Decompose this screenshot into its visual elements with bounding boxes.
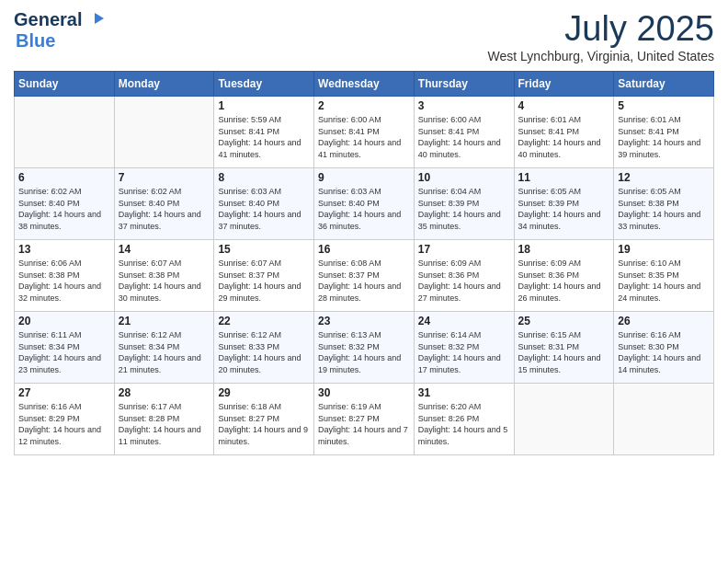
day-number: 7 [119,171,210,184]
day-info: Sunrise: 6:05 AMSunset: 8:38 PMDaylight:… [618,186,710,232]
calendar-cell: 7Sunrise: 6:02 AMSunset: 8:40 PMDaylight… [114,168,214,240]
day-number: 9 [318,171,410,184]
calendar-cell: 25Sunrise: 6:15 AMSunset: 8:31 PMDayligh… [514,312,614,384]
calendar-cell: 17Sunrise: 6:09 AMSunset: 8:36 PMDayligh… [414,240,514,312]
header-saturday: Saturday [614,72,714,97]
day-info: Sunrise: 6:00 AMSunset: 8:41 PMDaylight:… [418,114,510,160]
day-info: Sunrise: 6:11 AMSunset: 8:34 PMDaylight:… [18,329,110,375]
day-info: Sunrise: 6:02 AMSunset: 8:40 PMDaylight:… [119,186,210,232]
calendar-cell: 13Sunrise: 6:06 AMSunset: 8:38 PMDayligh… [15,240,115,312]
day-info: Sunrise: 6:05 AMSunset: 8:39 PMDaylight:… [518,186,610,232]
calendar-cell: 12Sunrise: 6:05 AMSunset: 8:38 PMDayligh… [614,168,714,240]
day-number: 5 [618,99,710,112]
day-number: 18 [518,243,610,256]
day-number: 15 [218,243,310,256]
day-info: Sunrise: 6:04 AMSunset: 8:39 PMDaylight:… [418,186,510,232]
calendar-cell: 19Sunrise: 6:10 AMSunset: 8:35 PMDayligh… [614,240,714,312]
calendar-cell: 16Sunrise: 6:08 AMSunset: 8:37 PMDayligh… [314,240,415,312]
calendar-cell [15,97,115,168]
header-monday: Monday [114,72,214,97]
calendar-week-row: 1Sunrise: 5:59 AMSunset: 8:41 PMDaylight… [15,97,714,168]
calendar-week-row: 6Sunrise: 6:02 AMSunset: 8:40 PMDaylight… [15,168,714,240]
day-info: Sunrise: 6:07 AMSunset: 8:38 PMDaylight:… [119,258,210,304]
calendar-week-row: 27Sunrise: 6:16 AMSunset: 8:29 PMDayligh… [15,384,714,455]
page-container: General Blue July 2025 West Lynchburg, V… [0,0,728,465]
calendar-cell: 10Sunrise: 6:04 AMSunset: 8:39 PMDayligh… [414,168,514,240]
day-info: Sunrise: 6:01 AMSunset: 8:41 PMDaylight:… [518,114,610,160]
calendar-cell: 22Sunrise: 6:12 AMSunset: 8:33 PMDayligh… [214,312,314,384]
day-number: 12 [618,171,710,184]
header-tuesday: Tuesday [214,72,314,97]
calendar-cell [114,97,214,168]
day-number: 19 [618,243,710,256]
calendar-cell: 6Sunrise: 6:02 AMSunset: 8:40 PMDaylight… [15,168,115,240]
day-info: Sunrise: 6:00 AMSunset: 8:41 PMDaylight:… [318,114,410,160]
calendar-cell [514,384,614,455]
day-number: 3 [418,99,510,112]
calendar-cell: 11Sunrise: 6:05 AMSunset: 8:39 PMDayligh… [514,168,614,240]
day-number: 1 [218,99,310,112]
calendar-cell: 18Sunrise: 6:09 AMSunset: 8:36 PMDayligh… [514,240,614,312]
day-info: Sunrise: 6:18 AMSunset: 8:27 PMDaylight:… [218,401,310,447]
day-number: 16 [318,243,410,256]
location-text: West Lynchburg, Virginia, United States [488,49,714,63]
day-info: Sunrise: 6:08 AMSunset: 8:37 PMDaylight:… [318,258,410,304]
calendar-week-row: 20Sunrise: 6:11 AMSunset: 8:34 PMDayligh… [15,312,714,384]
day-number: 27 [18,386,110,399]
day-info: Sunrise: 6:06 AMSunset: 8:38 PMDaylight:… [18,258,110,304]
calendar-body: 1Sunrise: 5:59 AMSunset: 8:41 PMDaylight… [15,97,714,455]
calendar-cell: 26Sunrise: 6:16 AMSunset: 8:30 PMDayligh… [614,312,714,384]
logo-blue-text: Blue [16,30,55,52]
header: General Blue July 2025 West Lynchburg, V… [14,9,714,63]
month-title: July 2025 [488,9,714,49]
calendar-cell: 15Sunrise: 6:07 AMSunset: 8:37 PMDayligh… [214,240,314,312]
day-number: 22 [218,315,310,327]
calendar-cell: 2Sunrise: 6:00 AMSunset: 8:41 PMDaylight… [314,97,415,168]
day-info: Sunrise: 6:02 AMSunset: 8:40 PMDaylight:… [18,186,110,232]
weekday-header-row: Sunday Monday Tuesday Wednesday Thursday… [15,72,714,97]
day-info: Sunrise: 6:15 AMSunset: 8:31 PMDaylight:… [518,329,610,375]
day-number: 24 [418,315,510,327]
day-number: 2 [318,99,410,112]
day-info: Sunrise: 6:09 AMSunset: 8:36 PMDaylight:… [518,258,610,304]
logo: General Blue [14,9,104,52]
calendar-cell: 3Sunrise: 6:00 AMSunset: 8:41 PMDaylight… [414,97,514,168]
day-number: 31 [418,386,510,399]
calendar-cell: 30Sunrise: 6:19 AMSunset: 8:27 PMDayligh… [314,384,415,455]
logo-flag-icon [85,11,104,29]
day-info: Sunrise: 6:16 AMSunset: 8:29 PMDaylight:… [18,401,110,447]
day-number: 20 [18,315,110,327]
day-number: 11 [518,171,610,184]
day-info: Sunrise: 6:13 AMSunset: 8:32 PMDaylight:… [318,329,410,375]
day-info: Sunrise: 6:17 AMSunset: 8:28 PMDaylight:… [119,401,210,447]
day-number: 21 [119,315,210,327]
calendar-cell: 1Sunrise: 5:59 AMSunset: 8:41 PMDaylight… [214,97,314,168]
day-number: 4 [518,99,610,112]
day-info: Sunrise: 6:03 AMSunset: 8:40 PMDaylight:… [318,186,410,232]
day-number: 8 [218,171,310,184]
day-info: Sunrise: 6:20 AMSunset: 8:26 PMDaylight:… [418,401,510,447]
calendar-cell: 27Sunrise: 6:16 AMSunset: 8:29 PMDayligh… [15,384,115,455]
day-number: 29 [218,386,310,399]
day-info: Sunrise: 6:03 AMSunset: 8:40 PMDaylight:… [218,186,310,232]
calendar-cell: 20Sunrise: 6:11 AMSunset: 8:34 PMDayligh… [15,312,115,384]
header-friday: Friday [514,72,614,97]
day-number: 30 [318,386,410,399]
title-area: July 2025 West Lynchburg, Virginia, Unit… [488,9,714,63]
calendar-table: Sunday Monday Tuesday Wednesday Thursday… [14,71,714,455]
calendar-cell: 4Sunrise: 6:01 AMSunset: 8:41 PMDaylight… [514,97,614,168]
day-number: 25 [518,315,610,327]
day-info: Sunrise: 6:09 AMSunset: 8:36 PMDaylight:… [418,258,510,304]
calendar-cell: 29Sunrise: 6:18 AMSunset: 8:27 PMDayligh… [214,384,314,455]
day-info: Sunrise: 6:12 AMSunset: 8:33 PMDaylight:… [218,329,310,375]
calendar-cell: 8Sunrise: 6:03 AMSunset: 8:40 PMDaylight… [214,168,314,240]
calendar-cell [614,384,714,455]
day-number: 14 [119,243,210,256]
calendar-cell: 21Sunrise: 6:12 AMSunset: 8:34 PMDayligh… [114,312,214,384]
calendar-cell: 9Sunrise: 6:03 AMSunset: 8:40 PMDaylight… [314,168,415,240]
day-number: 26 [618,315,710,327]
day-number: 17 [418,243,510,256]
day-number: 10 [418,171,510,184]
calendar-cell: 24Sunrise: 6:14 AMSunset: 8:32 PMDayligh… [414,312,514,384]
calendar-cell: 31Sunrise: 6:20 AMSunset: 8:26 PMDayligh… [414,384,514,455]
